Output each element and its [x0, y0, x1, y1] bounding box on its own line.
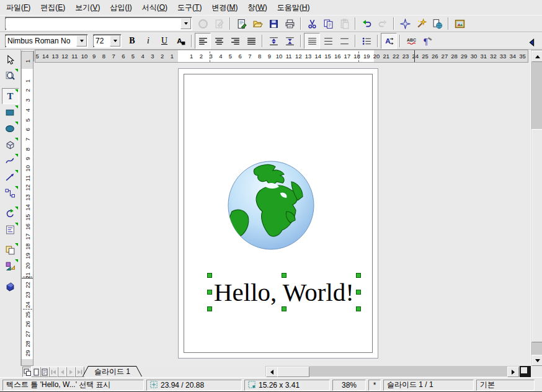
url-input[interactable]	[6, 19, 180, 29]
print-button[interactable]	[282, 16, 298, 32]
curve-tool[interactable]	[2, 153, 19, 169]
selection-handle[interactable]	[207, 290, 212, 295]
stop-button[interactable]	[195, 16, 211, 32]
navigator-button[interactable]	[397, 16, 413, 32]
menu-view[interactable]: 보기(V)	[70, 1, 105, 15]
menu-insert[interactable]: 삽입(I)	[105, 1, 136, 15]
align-right-button[interactable]	[227, 33, 243, 49]
dropdown-arrow-icon[interactable]	[110, 35, 120, 47]
italic-button[interactable]: i	[140, 33, 156, 49]
line-spacing-1-button[interactable]	[304, 33, 320, 49]
text-frame[interactable]: Hello, World!	[210, 275, 358, 309]
last-slide-button[interactable]	[74, 367, 84, 377]
redo-button[interactable]	[375, 16, 391, 32]
line-spacing-15-button[interactable]	[320, 33, 336, 49]
menu-help[interactable]: 도움말(H)	[272, 1, 315, 15]
ellipse-tool[interactable]	[2, 120, 19, 136]
globe-image[interactable]	[227, 159, 315, 251]
slide-page[interactable]: Hello, World!	[178, 68, 378, 359]
slide-number-field[interactable]: 슬라이드 1 / 1	[383, 380, 474, 391]
horizontal-scroll-thumb[interactable]	[277, 367, 309, 377]
scroll-left-button[interactable]	[266, 367, 278, 377]
object-size-field[interactable]: 15.26 x 3.41	[244, 380, 330, 391]
paragraph-dialog-button[interactable]: ¶	[419, 33, 435, 49]
insert-tool[interactable]	[2, 258, 19, 274]
selection-handle[interactable]	[207, 273, 212, 278]
dropdown-arrow-icon[interactable]	[180, 18, 191, 29]
lines-arrows-tool[interactable]	[2, 169, 19, 185]
horizontal-ruler[interactable]: 1514131211109876543211234567891011121314…	[35, 50, 528, 63]
scroll-down-button[interactable]	[531, 355, 542, 366]
selection-handle[interactable]	[356, 306, 361, 311]
undo-button[interactable]	[358, 16, 375, 32]
vertical-scroll-thumb[interactable]	[531, 129, 542, 342]
zoom-tool[interactable]	[2, 68, 19, 84]
vertical-ruler[interactable]: 1123456789101112131415161718192021222324…	[21, 51, 33, 366]
edit-document-button[interactable]	[211, 16, 227, 32]
slide-tab[interactable]: 슬라이드 1	[83, 367, 141, 376]
menu-window[interactable]: 창(W)	[242, 1, 272, 15]
copy-button[interactable]	[320, 16, 336, 32]
gallery-button[interactable]	[451, 16, 468, 32]
underline-button[interactable]: U	[156, 33, 172, 49]
selection-handle[interactable]	[282, 306, 287, 311]
selection-handle[interactable]	[356, 273, 361, 278]
toolbar-collapse-button[interactable]	[524, 34, 540, 50]
bullets-button[interactable]	[358, 33, 375, 49]
text-tool[interactable]: T	[2, 88, 19, 104]
submenu-flag-icon	[15, 138, 18, 141]
menu-tools[interactable]: 도구(T)	[172, 1, 207, 15]
undo-button-icon	[362, 19, 372, 29]
menu-format[interactable]: 서식(O)	[137, 1, 172, 15]
font-size-combo[interactable]	[93, 34, 122, 48]
alignment-tool[interactable]	[2, 221, 19, 238]
3d-objects-tool[interactable]	[2, 136, 19, 153]
window-resize-grip[interactable]	[520, 366, 531, 377]
connector-tool[interactable]	[2, 185, 19, 201]
effects-tool[interactable]	[2, 278, 19, 295]
page-layout-field[interactable]: 기본	[476, 380, 535, 391]
selection-handle[interactable]	[207, 306, 212, 311]
position-icon	[150, 381, 158, 389]
align-center-button[interactable]	[211, 33, 227, 49]
cut-button[interactable]	[304, 16, 320, 32]
increase-paragraph-spacing-button[interactable]	[265, 33, 282, 49]
align-left-button[interactable]	[195, 33, 211, 49]
cursor-position-field[interactable]: 23.94 / 20.88	[146, 380, 242, 391]
menu-edit[interactable]: 편집(E)	[35, 1, 70, 15]
rotate-tool[interactable]	[2, 205, 19, 221]
rectangle-tool[interactable]	[2, 104, 19, 120]
url-combo[interactable]	[5, 17, 192, 30]
vertical-scrollbar[interactable]	[530, 50, 542, 366]
horizontal-scrollbar[interactable]	[265, 366, 531, 376]
dropdown-arrow-icon[interactable]	[76, 35, 87, 47]
slide-canvas[interactable]: Hello, World!	[34, 63, 530, 366]
font-size-input[interactable]	[94, 36, 109, 46]
scroll-right-button[interactable]	[507, 367, 519, 377]
justify-button[interactable]	[243, 33, 259, 49]
selection-handle[interactable]	[282, 273, 287, 278]
selection-handle[interactable]	[356, 290, 361, 295]
paste-button[interactable]	[336, 16, 352, 32]
autopilot-button[interactable]	[413, 16, 429, 32]
hyperlink-button[interactable]	[429, 16, 445, 32]
bold-button[interactable]: B	[124, 33, 140, 49]
open-button[interactable]	[249, 16, 265, 32]
menu-modify[interactable]: 변경(M)	[207, 1, 242, 15]
slide-text[interactable]: Hello, World!	[214, 277, 354, 307]
font-color-button[interactable]: A	[172, 33, 189, 49]
select-tool[interactable]	[2, 51, 19, 68]
font-name-input[interactable]	[6, 36, 76, 46]
spelling-button[interactable]: ABC	[403, 33, 419, 49]
decrease-paragraph-spacing-button[interactable]	[282, 33, 298, 49]
line-spacing-2-button[interactable]	[336, 33, 352, 49]
font-name-combo[interactable]	[5, 34, 88, 48]
menu-file[interactable]: 파일(F)	[1, 1, 35, 15]
new-document-button[interactable]	[233, 16, 249, 32]
save-button[interactable]	[265, 16, 282, 32]
arrange-tool[interactable]	[2, 242, 19, 258]
scroll-up-button[interactable]	[531, 51, 542, 62]
zoom-field[interactable]: 38%	[332, 380, 366, 391]
text-attributes-button[interactable]: A	[381, 33, 397, 49]
new-document-button-icon	[236, 19, 247, 29]
